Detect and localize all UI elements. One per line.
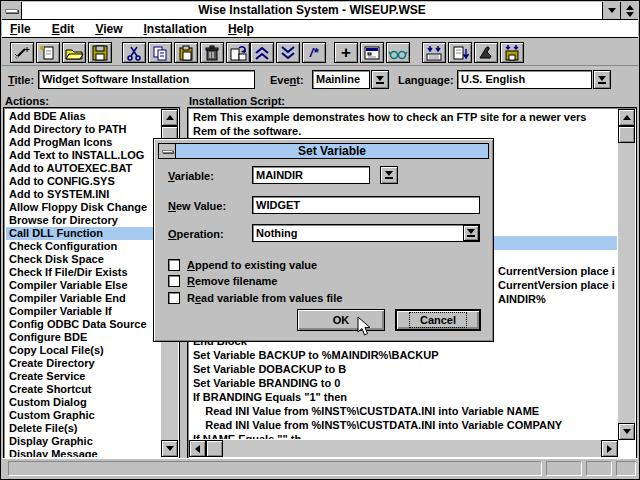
variable-dropdown-button[interactable] <box>380 166 398 184</box>
script-line[interactable]: CurrentVersion place i <box>498 278 617 292</box>
action-item[interactable]: Check If File/Dir Exists <box>6 266 160 279</box>
operation-select[interactable]: Nothing <box>252 224 480 242</box>
scroll-down-button[interactable] <box>618 423 635 440</box>
action-item[interactable]: Configure BDE <box>6 331 160 344</box>
scrollbar-thumb[interactable] <box>206 440 223 457</box>
title-input[interactable]: Widget Software Installation <box>38 70 255 89</box>
action-item[interactable]: Custom Graphic <box>6 409 160 422</box>
dialog-editor-button[interactable] <box>360 42 384 63</box>
dialog-titlebar[interactable]: Set Variable <box>158 143 489 159</box>
action-item[interactable]: Browse for Directory <box>6 214 160 227</box>
script-line[interactable]: AINDIR% <box>498 292 617 306</box>
action-item[interactable]: Check Configuration <box>6 240 160 253</box>
action-item[interactable]: Create Directory <box>6 357 160 370</box>
script-line[interactable]: Read INI Value from %INST%\CUSTDATA.INI … <box>193 404 617 418</box>
comment-button[interactable]: /* <box>302 42 326 63</box>
action-item[interactable]: Add Text to INSTALL.LOG <box>6 149 160 162</box>
read-variable-checkbox[interactable] <box>168 292 180 304</box>
arrow-right-icon <box>607 445 612 453</box>
action-item[interactable]: Compiler Variable If <box>6 305 160 318</box>
script-line[interactable]: Read INI Value from %INST%\CUSTDATA.INI … <box>193 418 617 432</box>
action-item[interactable]: Display Message <box>6 448 160 457</box>
action-item[interactable]: Compiler Variable Else <box>6 279 160 292</box>
collapse-button[interactable] <box>250 42 274 63</box>
operation-dropdown-button[interactable] <box>463 225 479 241</box>
dialog-control-menu-button[interactable] <box>158 144 176 158</box>
append-checkbox[interactable] <box>168 259 180 271</box>
run-button[interactable] <box>422 42 446 63</box>
script-line[interactable]: Rem of the software. <box>193 124 617 138</box>
action-item[interactable]: Config ODBC Data Source <box>6 318 160 331</box>
action-item[interactable]: Delete File(s) <box>6 422 160 435</box>
expand-button[interactable] <box>276 42 300 63</box>
action-item-selected[interactable]: Call DLL Function <box>6 227 160 240</box>
event-select[interactable]: Mainline <box>312 70 370 89</box>
scroll-down-button[interactable] <box>161 440 178 457</box>
script-vertical-scrollbar[interactable] <box>618 109 635 440</box>
script-line[interactable]: Set Variable BRANDING to 0 <box>193 376 617 390</box>
language-select[interactable]: U.S. English <box>457 70 592 89</box>
delete-button[interactable] <box>200 42 224 63</box>
action-item[interactable]: Add ProgMan Icons <box>6 136 160 149</box>
status-panel-3 <box>616 461 636 476</box>
scroll-left-button[interactable] <box>189 440 206 457</box>
ok-button[interactable]: OK <box>297 309 385 331</box>
action-item[interactable]: Add to CONFIG.SYS <box>6 175 160 188</box>
script-line[interactable]: Rem This example demonstrates how to che… <box>193 110 617 124</box>
action-item[interactable]: Check Disk Space <box>6 253 160 266</box>
menu-help[interactable]: Help <box>228 22 254 36</box>
replace-pages-icon <box>228 45 248 61</box>
title-label: Title: <box>8 74 34 86</box>
remove-filename-checkbox[interactable] <box>168 275 180 287</box>
run-script-button[interactable] <box>448 42 472 63</box>
scrollbar-thumb[interactable] <box>618 126 635 143</box>
read-variable-checkbox-row[interactable]: Read variable from values file <box>168 288 342 306</box>
add-action-button[interactable]: + <box>334 42 358 63</box>
language-dropdown-button[interactable] <box>593 70 611 89</box>
action-item[interactable]: Compiler Variable End <box>6 292 160 305</box>
save-script-button[interactable] <box>88 42 112 63</box>
variable-input[interactable]: MAINDIR <box>252 166 370 184</box>
action-item[interactable]: Create Shortcut <box>6 383 160 396</box>
script-line[interactable]: If BRANDING Equals "1" then <box>193 390 617 404</box>
scroll-up-button[interactable] <box>618 109 635 126</box>
script-line[interactable]: Set Variable BACKUP to %MAINDIR%\BACKUP <box>193 348 617 362</box>
open-script-button[interactable] <box>62 42 86 63</box>
control-menu-button[interactable] <box>2 2 22 19</box>
compile-button[interactable] <box>500 42 524 63</box>
menu-installation[interactable]: Installation <box>144 22 207 36</box>
action-item[interactable]: Copy Local File(s) <box>6 344 160 357</box>
remove-filename-checkbox-row[interactable]: Remove filename <box>168 271 278 289</box>
script-horizontal-scrollbar[interactable] <box>189 440 618 457</box>
copy-button[interactable] <box>148 42 172 63</box>
menu-edit[interactable]: Edit <box>52 22 75 36</box>
menu-bar: File Edit View Installation Help <box>2 20 638 38</box>
script-line[interactable]: Set Variable DOBACKUP to B <box>193 362 617 376</box>
restore-button[interactable] <box>620 2 638 19</box>
find-button[interactable] <box>386 42 410 63</box>
menu-view[interactable]: View <box>95 22 122 36</box>
paste-button[interactable] <box>174 42 198 63</box>
action-item[interactable]: Create Service <box>6 370 160 383</box>
script-line[interactable]: CurrentVersion place i <box>498 264 617 278</box>
test-connection-button[interactable] <box>474 42 498 63</box>
action-item[interactable]: Custom Dialog <box>6 396 160 409</box>
new-script-button[interactable] <box>36 42 60 63</box>
action-item[interactable]: Add Directory to PATH <box>6 123 160 136</box>
scroll-up-button[interactable] <box>161 109 178 126</box>
action-item[interactable]: Add to SYSTEM.INI <box>6 188 160 201</box>
action-item[interactable]: Add BDE Alias <box>6 110 160 123</box>
scroll-right-button[interactable] <box>601 440 618 457</box>
action-item[interactable]: Allow Floppy Disk Change <box>6 201 160 214</box>
cut-button[interactable] <box>122 42 146 63</box>
menu-file[interactable]: File <box>10 22 31 36</box>
replace-button[interactable] <box>226 42 250 63</box>
action-item[interactable]: Display Graphic <box>6 435 160 448</box>
new-value-input[interactable]: WIDGET <box>252 196 480 214</box>
cancel-button[interactable]: Cancel <box>395 309 481 331</box>
minimize-button[interactable] <box>602 2 620 19</box>
event-dropdown-button[interactable] <box>371 70 389 89</box>
wizard-button[interactable] <box>10 42 34 63</box>
action-item[interactable]: Add to AUTOEXEC.BAT <box>6 162 160 175</box>
script-line[interactable]: If NAME Equals "" th <box>193 432 617 439</box>
